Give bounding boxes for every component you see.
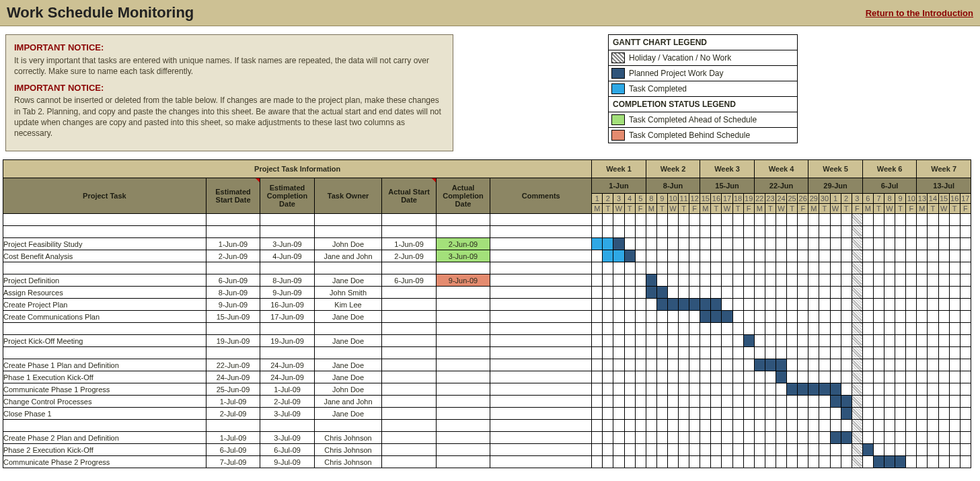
cell-est-end[interactable] [260, 214, 314, 226]
table-row[interactable]: Create Phase 2 Plan and Definition1-Jul-… [3, 432, 971, 444]
cell-task[interactable] [3, 262, 206, 274]
table-row[interactable] [3, 420, 971, 432]
cell-est-end[interactable]: 9-Jun-09 [260, 287, 314, 299]
cell-owner[interactable] [314, 420, 382, 432]
cell-owner[interactable]: Chris Johnson [314, 444, 382, 456]
cell-act-end[interactable] [436, 396, 490, 408]
cell-act-start[interactable] [382, 420, 436, 432]
cell-est-end[interactable] [260, 226, 314, 238]
cell-est-end[interactable]: 24-Jun-09 [260, 359, 314, 371]
cell-act-start[interactable] [382, 287, 436, 299]
cell-act-end[interactable] [436, 347, 490, 359]
cell-owner[interactable]: Chris Johnson [314, 456, 382, 468]
cell-est-start[interactable]: 15-Jun-09 [206, 311, 260, 323]
cell-task[interactable] [3, 214, 206, 226]
cell-act-start[interactable] [382, 371, 436, 383]
cell-est-end[interactable]: 8-Jun-09 [260, 274, 314, 287]
cell-act-end[interactable] [436, 323, 490, 335]
cell-task[interactable]: Communicate Phase 2 Progress [3, 456, 206, 468]
cell-act-start[interactable] [382, 335, 436, 347]
cell-comments[interactable] [490, 420, 592, 432]
table-row[interactable] [3, 226, 971, 238]
cell-comments[interactable] [490, 311, 592, 323]
cell-comments[interactable] [490, 226, 592, 238]
cell-comments[interactable] [490, 408, 592, 420]
cell-comments[interactable] [490, 323, 592, 335]
cell-comments[interactable] [490, 444, 592, 456]
cell-act-end[interactable] [436, 420, 490, 432]
cell-est-end[interactable] [260, 323, 314, 335]
cell-task[interactable]: Project Feasibility Study [3, 238, 206, 250]
cell-est-end[interactable]: 3-Jul-09 [260, 432, 314, 444]
cell-task[interactable]: Cost Benefit Analysis [3, 250, 206, 262]
cell-task[interactable] [3, 226, 206, 238]
cell-comments[interactable] [490, 383, 592, 396]
cell-owner[interactable] [314, 226, 382, 238]
cell-act-start[interactable] [382, 226, 436, 238]
cell-owner[interactable] [314, 323, 382, 335]
cell-est-end[interactable]: 17-Jun-09 [260, 311, 314, 323]
cell-act-end[interactable] [436, 456, 490, 468]
cell-est-end[interactable]: 4-Jun-09 [260, 250, 314, 262]
cell-act-start[interactable] [382, 408, 436, 420]
cell-est-start[interactable] [206, 347, 260, 359]
cell-est-end[interactable]: 6-Jul-09 [260, 444, 314, 456]
cell-task[interactable] [3, 420, 206, 432]
cell-est-start[interactable] [206, 214, 260, 226]
cell-act-end[interactable]: 3-Jun-09 [436, 250, 490, 262]
table-row[interactable]: Cost Benefit Analysis2-Jun-094-Jun-09Jan… [3, 250, 971, 262]
cell-owner[interactable]: Jane and John [314, 396, 382, 408]
cell-est-end[interactable] [260, 262, 314, 274]
cell-act-start[interactable] [382, 323, 436, 335]
cell-comments[interactable] [490, 238, 592, 250]
cell-est-start[interactable] [206, 226, 260, 238]
cell-comments[interactable] [490, 214, 592, 226]
cell-act-end[interactable] [436, 444, 490, 456]
table-row[interactable]: Phase 1 Execution Kick-Off24-Jun-0924-Ju… [3, 371, 971, 383]
cell-act-start[interactable] [382, 299, 436, 311]
cell-est-end[interactable]: 9-Jul-09 [260, 456, 314, 468]
table-row[interactable] [3, 214, 971, 226]
table-row[interactable]: Create Communications Plan15-Jun-0917-Ju… [3, 311, 971, 323]
cell-comments[interactable] [490, 347, 592, 359]
table-row[interactable]: Phase 2 Execution Kick-Off6-Jul-096-Jul-… [3, 444, 971, 456]
cell-est-start[interactable]: 6-Jun-09 [206, 274, 260, 287]
cell-act-end[interactable] [436, 359, 490, 371]
table-row[interactable]: Project Kick-Off Meeting19-Jun-0919-Jun-… [3, 335, 971, 347]
cell-act-end[interactable] [436, 311, 490, 323]
return-link[interactable]: Return to the Introduction [866, 8, 973, 18]
table-row[interactable]: Project Definition6-Jun-098-Jun-09Jane D… [3, 274, 971, 287]
cell-task[interactable]: Project Definition [3, 274, 206, 287]
cell-comments[interactable] [490, 299, 592, 311]
cell-task[interactable]: Close Phase 1 [3, 408, 206, 420]
cell-est-start[interactable]: 19-Jun-09 [206, 335, 260, 347]
cell-task[interactable]: Communicate Phase 1 Progress [3, 383, 206, 396]
cell-owner[interactable]: Jane Doe [314, 274, 382, 287]
cell-act-end[interactable] [436, 287, 490, 299]
cell-act-start[interactable] [382, 444, 436, 456]
cell-act-start[interactable] [382, 311, 436, 323]
table-row[interactable]: Create Phase 1 Plan and Definition22-Jun… [3, 359, 971, 371]
cell-comments[interactable] [490, 456, 592, 468]
cell-est-end[interactable] [260, 347, 314, 359]
cell-est-end[interactable]: 19-Jun-09 [260, 335, 314, 347]
cell-act-start[interactable] [382, 383, 436, 396]
cell-owner[interactable] [314, 347, 382, 359]
cell-owner[interactable]: John Doe [314, 383, 382, 396]
cell-act-end[interactable] [436, 299, 490, 311]
table-row[interactable] [3, 323, 971, 335]
cell-est-end[interactable]: 3-Jul-09 [260, 408, 314, 420]
cell-act-start[interactable] [382, 347, 436, 359]
cell-est-start[interactable]: 9-Jun-09 [206, 299, 260, 311]
table-row[interactable] [3, 262, 971, 274]
cell-est-start[interactable]: 8-Jun-09 [206, 287, 260, 299]
cell-est-end[interactable] [260, 420, 314, 432]
cell-est-start[interactable] [206, 420, 260, 432]
cell-act-end[interactable] [436, 262, 490, 274]
cell-est-start[interactable]: 1-Jul-09 [206, 432, 260, 444]
table-row[interactable]: Project Feasibility Study1-Jun-093-Jun-0… [3, 238, 971, 250]
cell-act-end[interactable]: 9-Jun-09 [436, 274, 490, 287]
table-row[interactable]: Close Phase 12-Jul-093-Jul-09Jane Doe [3, 408, 971, 420]
cell-est-start[interactable]: 2-Jun-09 [206, 250, 260, 262]
cell-est-start[interactable] [206, 262, 260, 274]
